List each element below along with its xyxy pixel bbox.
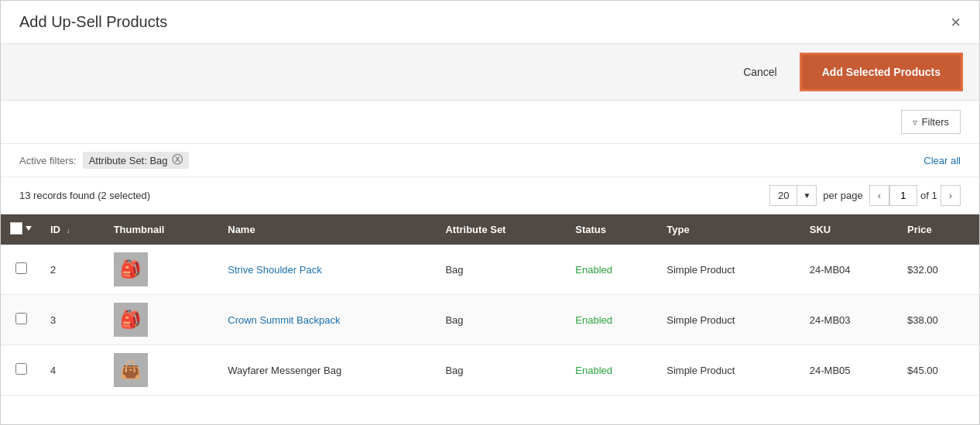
row-checkbox-cell: [1, 295, 41, 345]
row-checkbox-0[interactable]: [15, 262, 27, 274]
prev-page-button[interactable]: ‹: [869, 185, 889, 206]
table-row: 3 🎒 Crown Summit Backpack Bag Enabled Si…: [1, 295, 979, 345]
row-id: 3: [41, 295, 105, 345]
per-page-arrow[interactable]: ▼: [797, 187, 816, 204]
bag-icon: 🎒: [120, 310, 141, 330]
per-page-select[interactable]: 20 ▼: [769, 185, 817, 206]
row-name: Wayfarer Messenger Bag: [218, 345, 436, 396]
row-sku: 24-MB03: [800, 295, 898, 345]
row-checkbox-2[interactable]: [15, 363, 27, 375]
row-checkbox-cell: [1, 345, 41, 396]
row-type: Simple Product: [657, 345, 800, 396]
th-checkbox: [1, 214, 41, 245]
th-sku: SKU: [800, 214, 898, 245]
row-attribute-set: Bag: [436, 245, 566, 295]
product-name-link[interactable]: Crown Summit Backpack: [228, 314, 340, 326]
th-name: Name: [218, 214, 436, 245]
remove-chip-button[interactable]: ⓧ: [172, 153, 183, 167]
modal-header: Add Up-Sell Products ×: [1, 1, 979, 44]
clear-all-button[interactable]: Clear all: [923, 155, 961, 166]
cancel-button[interactable]: Cancel: [731, 60, 790, 84]
row-thumbnail: 🎒: [105, 295, 219, 345]
row-price: $38.00: [898, 295, 979, 345]
records-bar: 13 records found (2 selected) 20 ▼ per p…: [1, 177, 979, 214]
active-filters-label: Active filters:: [19, 155, 77, 166]
close-button[interactable]: ×: [951, 14, 961, 31]
products-table: ID ↓ Thumbnail Name Attribute Set Status…: [1, 214, 979, 396]
select-all-checkbox[interactable]: [10, 222, 22, 235]
row-thumbnail: 👜: [105, 345, 219, 396]
row-checkbox-cell: [1, 245, 41, 295]
row-status: Enabled: [566, 345, 657, 396]
per-page-value: 20: [770, 186, 797, 205]
records-info: 13 records found (2 selected): [19, 190, 150, 201]
th-price: Price: [898, 214, 979, 245]
product-name: Wayfarer Messenger Bag: [228, 365, 341, 376]
product-name-link[interactable]: Strive Shoulder Pack: [228, 264, 321, 276]
per-page-label: per page: [823, 190, 862, 201]
row-status: Enabled: [566, 245, 657, 295]
row-type: Simple Product: [657, 295, 800, 345]
active-filters-left: Active filters: Attribute Set: Bag ⓧ: [19, 152, 189, 169]
thumbnail-image: 🎒: [114, 303, 148, 337]
row-id: 4: [41, 345, 105, 396]
filter-icon: ▿: [913, 117, 917, 128]
bag-icon: 🎒: [120, 259, 141, 279]
toolbar: ▿ Filters: [1, 101, 979, 144]
row-sku: 24-MB04: [800, 245, 898, 295]
row-sku: 24-MB05: [800, 345, 898, 396]
modal-title: Add Up-Sell Products: [19, 13, 167, 31]
page-input[interactable]: [889, 185, 917, 206]
row-price: $32.00: [898, 245, 979, 295]
filter-chip-text: Attribute Set: Bag: [89, 155, 168, 166]
filter-chip: Attribute Set: Bag ⓧ: [83, 152, 189, 169]
select-dropdown-icon[interactable]: [26, 226, 32, 231]
add-selected-products-button[interactable]: Add Selected Products: [802, 55, 961, 89]
row-checkbox-1[interactable]: [15, 313, 27, 324]
row-status: Enabled: [566, 295, 657, 345]
th-attribute-set: Attribute Set: [436, 214, 566, 245]
row-attribute-set: Bag: [436, 295, 566, 345]
filters-label: Filters: [922, 116, 949, 128]
active-filters-bar: Active filters: Attribute Set: Bag ⓧ Cle…: [1, 144, 979, 177]
next-page-button[interactable]: ›: [941, 185, 961, 206]
row-attribute-set: Bag: [436, 345, 566, 396]
page-of-label: of 1: [917, 190, 941, 201]
row-thumbnail: 🎒: [105, 245, 219, 295]
filters-button[interactable]: ▿ Filters: [901, 110, 961, 134]
row-name: Strive Shoulder Pack: [218, 245, 436, 295]
th-type: Type: [657, 214, 800, 245]
th-status: Status: [566, 214, 657, 245]
pagination-controls: 20 ▼ per page ‹ of 1 ›: [769, 185, 961, 206]
row-name: Crown Summit Backpack: [218, 295, 436, 345]
row-id: 2: [41, 245, 105, 295]
table-row: 4 👜 Wayfarer Messenger Bag Bag Enabled S…: [1, 345, 979, 396]
action-bar: Cancel Add Selected Products: [1, 44, 979, 101]
thumbnail-image: 👜: [114, 353, 148, 387]
bag-icon: 👜: [120, 360, 141, 380]
thumbnail-image: 🎒: [114, 252, 148, 286]
th-thumbnail: Thumbnail: [105, 214, 219, 245]
th-id: ID ↓: [41, 214, 105, 245]
modal-container: Add Up-Sell Products × Cancel Add Select…: [0, 0, 980, 425]
table-header-row: ID ↓ Thumbnail Name Attribute Set Status…: [1, 214, 979, 245]
row-price: $45.00: [898, 345, 979, 396]
page-nav: ‹ of 1 ›: [869, 185, 961, 206]
row-type: Simple Product: [657, 245, 800, 295]
id-sort-icon[interactable]: ↓: [67, 226, 70, 235]
table-row: 2 🎒 Strive Shoulder Pack Bag Enabled Sim…: [1, 245, 979, 295]
